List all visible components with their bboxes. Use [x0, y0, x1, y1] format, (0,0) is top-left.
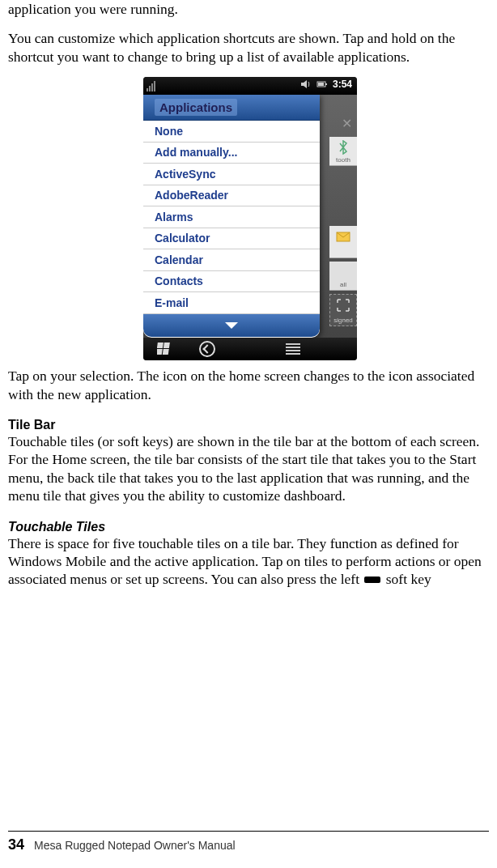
svg-rect-4 [157, 343, 164, 348]
battery-icon [316, 79, 328, 90]
popup-item-calculator[interactable]: Calculator [143, 228, 320, 250]
embedded-screenshot: 3:54 ✕ tooth all [8, 77, 492, 364]
popup-item-contacts[interactable]: Contacts [143, 271, 320, 293]
popup-header-label: Applications [155, 99, 237, 116]
start-tile[interactable] [152, 341, 176, 357]
status-bar: 3:54 [143, 77, 357, 95]
popup-item-add-manually[interactable]: Add manually... [143, 143, 320, 164]
popup-header: Applications [143, 95, 320, 121]
paragraph: There is space for five touchable tiles … [8, 534, 492, 589]
page-number: 34 [8, 836, 24, 853]
peek-label: signed [333, 317, 353, 324]
peek-item[interactable] [329, 226, 357, 258]
chevron-down-icon [225, 322, 238, 329]
footer-title: Mesa Rugged Notepad Owner's Manual [34, 839, 236, 852]
windows-icon [157, 342, 172, 356]
spacer-tile [238, 341, 262, 357]
scroll-down-button[interactable] [143, 314, 320, 337]
spacer-tile [324, 341, 348, 357]
bluetooth-icon [336, 140, 350, 155]
paragraph: You can customize which application shor… [8, 29, 492, 66]
tile-bar [143, 338, 357, 360]
paragraph: Tap on your selection. The icon on the h… [8, 367, 492, 403]
signal-icon [147, 80, 161, 91]
back-arrow-icon [199, 341, 215, 357]
peek-label: all [340, 281, 346, 288]
menu-icon [286, 342, 300, 356]
popup-item-alarms[interactable]: Alarms [143, 206, 320, 228]
heading-tile-bar: Tile Bar [8, 418, 492, 432]
phone-frame: 3:54 ✕ tooth all [143, 77, 357, 360]
peek-label: tooth [336, 156, 350, 164]
svg-rect-2 [318, 83, 324, 86]
svg-rect-7 [163, 349, 169, 355]
soft-key-icon [364, 577, 380, 583]
popup-list: None Add manually... ActiveSync AdobeRea… [143, 121, 320, 314]
popup-item-email[interactable]: E-mail [143, 292, 320, 314]
clock-text: 3:54 [333, 79, 352, 90]
popup-item-calendar[interactable]: Calendar [143, 249, 320, 271]
peek-item[interactable]: all [329, 262, 357, 291]
svg-rect-6 [157, 349, 163, 355]
mail-icon [336, 229, 350, 244]
menu-tile[interactable] [281, 341, 305, 357]
heading-touchable-tiles: Touchable Tiles [8, 520, 492, 534]
svg-rect-5 [164, 343, 170, 348]
applications-popup: Applications None Add manually... Active… [143, 95, 320, 338]
svg-rect-1 [325, 83, 327, 85]
speaker-icon [300, 79, 312, 90]
peek-item[interactable]: signed [329, 294, 357, 326]
popup-item-adobereader[interactable]: AdobeReader [143, 185, 320, 207]
back-tile[interactable] [195, 341, 219, 357]
paragraph: application you were running. [8, 0, 492, 18]
popup-item-none[interactable]: None [143, 121, 320, 143]
page-footer: 34 Mesa Rugged Notepad Owner's Manual [8, 831, 489, 853]
paragraph: Touchable tiles (or soft keys) are shown… [8, 432, 492, 505]
popup-item-activesync[interactable]: ActiveSync [143, 164, 320, 185]
peek-item[interactable]: tooth [329, 137, 357, 166]
bracket-icon [336, 298, 350, 313]
text-run: soft key [382, 571, 431, 587]
